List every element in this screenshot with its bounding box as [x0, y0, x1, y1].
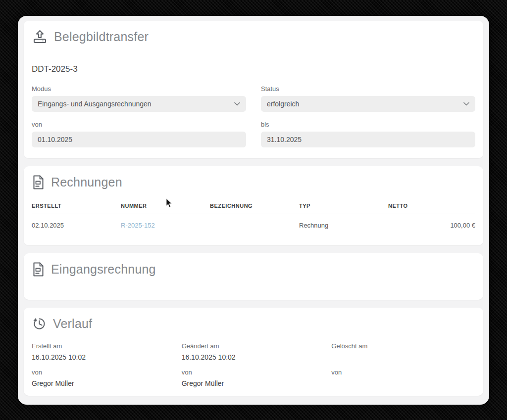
cell-erstellt: 02.10.2025 — [32, 214, 121, 234]
incoming-invoice-card-header: Eingangsrechnung — [32, 261, 475, 277]
invoice-document-icon — [32, 262, 45, 277]
column-header-erstellt: ERSTELLT — [32, 200, 121, 214]
von-date-input[interactable] — [32, 132, 246, 147]
modus-select[interactable]: Eingangs- und Ausgangsrechnungen — [32, 96, 246, 112]
status-field-group: Status erfolgreich — [261, 85, 475, 112]
invoices-card: Rechnungen ERSTELLT NUMMER BEZEICHNUNG T… — [24, 166, 483, 245]
upload-icon — [32, 29, 48, 45]
deleted-by-value — [331, 379, 475, 389]
invoices-card-header: Rechnungen — [32, 174, 475, 190]
deleted-at-value — [331, 353, 475, 363]
transfer-card-header: Belegbildtransfer — [32, 29, 475, 45]
table-row: 02.10.2025 R-2025-152 Rechnung 100,00 € — [32, 214, 475, 234]
status-selected-value: erfolgreich — [267, 100, 299, 108]
screen: { "colors": { "accent_link": "#8fb5cf", … — [0, 0, 507, 420]
column-header-typ: TYP — [299, 200, 388, 214]
bis-field-group: bis — [261, 121, 475, 147]
created-by-value: Gregor Müller — [32, 379, 176, 389]
transfer-form: Modus Eingangs- und Ausgangsrechnungen S… — [32, 85, 475, 147]
history-card: Verlauf Erstellt am 16.10.2025 10:02 von… — [24, 308, 483, 396]
history-entry-deleted: Gelöscht am von — [331, 342, 475, 395]
section-title-history: Verlauf — [53, 316, 92, 331]
document-number: DDT-2025-3 — [32, 64, 475, 74]
chevron-down-icon — [463, 102, 469, 106]
cell-nummer: R-2025-152 — [121, 214, 210, 234]
invoices-table: ERSTELLT NUMMER BEZEICHNUNG TYP NETTO 02… — [32, 200, 475, 234]
column-header-bezeichnung: BEZEICHNUNG — [210, 200, 299, 214]
created-by-label: von — [32, 369, 176, 376]
bis-date-input[interactable] — [261, 132, 475, 147]
cell-bezeichnung — [210, 214, 299, 234]
incoming-invoice-card: Eingangsrechnung — [24, 253, 483, 300]
chevron-down-icon — [234, 102, 240, 106]
history-clock-icon — [32, 316, 47, 331]
modified-by-label: von — [182, 369, 326, 376]
cell-netto: 100,00 € — [388, 214, 475, 234]
modified-at-value: 16.10.2025 10:02 — [182, 353, 326, 363]
transfer-card: Belegbildtransfer DDT-2025-3 Modus Einga… — [24, 21, 483, 158]
modus-label: Modus — [32, 85, 246, 93]
created-at-label: Erstellt am — [32, 342, 176, 350]
invoice-document-icon — [32, 175, 45, 190]
history-grid: Erstellt am 16.10.2025 10:02 von Gregor … — [32, 342, 475, 395]
invoice-number-link[interactable]: R-2025-152 — [121, 222, 155, 229]
deleted-by-label: von — [331, 369, 475, 376]
history-card-header: Verlauf — [32, 316, 475, 331]
page-title: Belegbildtransfer — [54, 29, 149, 45]
created-at-value: 16.10.2025 10:02 — [32, 353, 176, 363]
von-label: von — [32, 121, 246, 128]
von-field-group: von — [32, 121, 246, 147]
section-title-invoices: Rechnungen — [51, 174, 122, 190]
modified-at-label: Geändert am — [182, 342, 326, 350]
invoices-table-header-row: ERSTELLT NUMMER BEZEICHNUNG TYP NETTO — [32, 200, 475, 214]
bis-label: bis — [261, 121, 475, 128]
modus-field-group: Modus Eingangs- und Ausgangsrechnungen — [32, 85, 246, 112]
section-title-incoming-invoice: Eingangsrechnung — [51, 261, 156, 277]
deleted-at-label: Gelöscht am — [331, 342, 475, 350]
modified-by-value: Gregor Müller — [182, 379, 326, 389]
status-label: Status — [261, 85, 475, 93]
history-entry-modified: Geändert am 16.10.2025 10:02 von Gregor … — [182, 342, 326, 395]
app-window: Belegbildtransfer DDT-2025-3 Modus Einga… — [18, 16, 489, 405]
column-header-netto: NETTO — [388, 200, 475, 214]
column-header-nummer: NUMMER — [121, 200, 210, 214]
history-entry-created: Erstellt am 16.10.2025 10:02 von Gregor … — [32, 342, 176, 395]
cell-typ: Rechnung — [299, 214, 388, 234]
modus-selected-value: Eingangs- und Ausgangsrechnungen — [38, 100, 152, 108]
status-select[interactable]: erfolgreich — [261, 96, 475, 112]
